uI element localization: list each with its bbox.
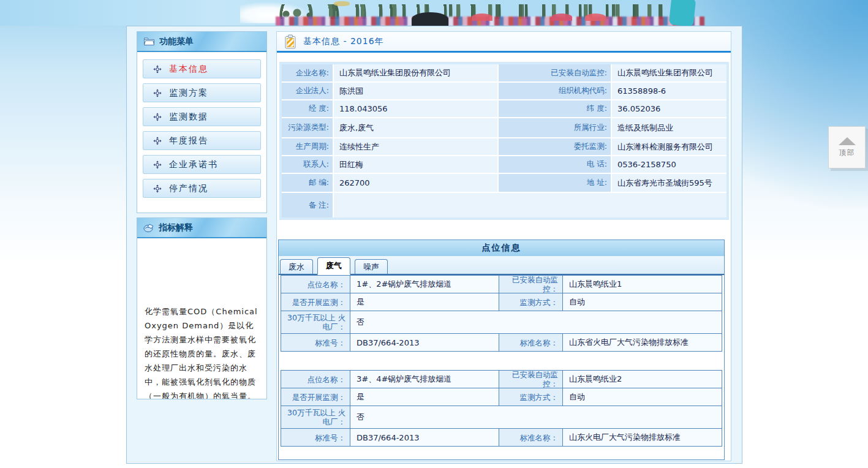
sidebar-item-label: 年度报告 bbox=[169, 135, 208, 146]
point-table-2: 点位名称： 3#、4#锅炉废气排放烟道 已安装自动监控： 山东晨鸣纸业2 是否开… bbox=[281, 370, 722, 447]
field-label: 所属行业: bbox=[499, 118, 611, 137]
field-value: DB37/664-2013 bbox=[350, 429, 499, 446]
field-label: 已安装自动监控: bbox=[499, 64, 611, 81]
field-value: 陈洪国 bbox=[334, 83, 497, 99]
sidebar-item-monitor-data[interactable]: 监测数据 bbox=[143, 107, 261, 126]
field-label: 企业法人: bbox=[282, 83, 333, 99]
arrow-up-icon bbox=[839, 137, 856, 145]
field-label: 组织机构代码: bbox=[499, 83, 611, 99]
clipboard-icon bbox=[284, 34, 296, 49]
main-header: 基本信息 - 2016年 bbox=[277, 32, 731, 53]
field-label: 已安装自动监控： bbox=[499, 371, 562, 388]
diamond-arrows-icon bbox=[153, 65, 162, 74]
field-label: 生产周期: bbox=[282, 138, 333, 155]
field-label: 标准号： bbox=[281, 334, 350, 351]
field-label: 监测方式： bbox=[499, 293, 562, 311]
sidebar-item-label: 企业承诺书 bbox=[169, 159, 218, 170]
field-value: 山东晨鸣纸业1 bbox=[563, 276, 722, 293]
field-label: 电 话: bbox=[499, 156, 611, 173]
field-label: 标准号： bbox=[281, 429, 350, 446]
person-head bbox=[412, 12, 448, 26]
sidebar-item-label: 停产情况 bbox=[169, 183, 208, 194]
field-label: 标准名称： bbox=[499, 429, 562, 446]
field-value: 山东火电厂大气污染物排放标准 bbox=[563, 429, 722, 446]
sidebar-item-label: 监测数据 bbox=[169, 111, 208, 123]
tab-wastewater[interactable]: 废水 bbox=[280, 259, 313, 274]
sidebar-item-commitment[interactable]: 企业承诺书 bbox=[143, 155, 261, 174]
field-label: 点位名称： bbox=[281, 276, 350, 293]
page: 顶部 功能菜单 基本信息 bbox=[0, 0, 868, 468]
sidebar-item-label: 监测方案 bbox=[169, 88, 208, 99]
field-label: 30万千瓦以上 火电厂： bbox=[281, 311, 350, 333]
sidebar-item-basic-info[interactable]: 基本信息 bbox=[143, 59, 261, 78]
field-label: 监测方式： bbox=[499, 388, 562, 406]
glossary-header: 指标解释 bbox=[137, 218, 266, 238]
diamond-arrows-icon bbox=[153, 184, 162, 193]
glossary-title: 指标解释 bbox=[159, 222, 193, 233]
field-label: 邮 编: bbox=[282, 174, 333, 192]
content-container: 功能菜单 基本信息 监测方案 bbox=[126, 26, 742, 464]
person-arm bbox=[669, 0, 696, 27]
field-value: 262700 bbox=[334, 174, 497, 192]
menu-list: 基本信息 监测方案 监测数据 bbox=[137, 52, 266, 205]
tent-shape bbox=[585, 13, 606, 21]
field-value: 是 bbox=[350, 293, 499, 311]
field-value: 山东省寿光市圣城街595号 bbox=[612, 174, 726, 192]
function-menu-header: 功能菜单 bbox=[137, 32, 266, 52]
folder-icon bbox=[143, 37, 155, 46]
kite-shape bbox=[334, 1, 350, 6]
field-label: 已安装自动监控： bbox=[499, 276, 562, 293]
remark-label: 备 注: bbox=[282, 193, 333, 217]
field-value: 田红梅 bbox=[334, 156, 497, 173]
tent-shape bbox=[472, 13, 492, 21]
diamond-arrows-icon bbox=[153, 160, 162, 169]
sidebar-item-shutdown-status[interactable]: 停产情况 bbox=[143, 179, 261, 198]
sidebar-item-label: 基本信息 bbox=[169, 64, 208, 75]
field-label: 企业名称: bbox=[282, 64, 333, 81]
page-title: 基本信息 - 2016年 bbox=[303, 36, 384, 47]
field-value: 118.043056 bbox=[334, 100, 497, 117]
field-value: 山东晨鸣纸业集团股份有限公司 bbox=[334, 64, 497, 81]
field-value: 自动 bbox=[563, 293, 722, 311]
field-value: 否 bbox=[350, 311, 722, 333]
field-label: 是否开展监测： bbox=[281, 388, 350, 406]
main-panel: 基本信息 - 2016年 企业名称: 山东晨鸣纸业集团股份有限公司 已安装自动监… bbox=[276, 31, 731, 461]
field-value: 1#、2#锅炉废气排放烟道 bbox=[350, 276, 499, 293]
back-to-top-label: 顶部 bbox=[839, 148, 855, 158]
point-table-1: 点位名称： 1#、2#锅炉废气排放烟道 已安装自动监控： 山东晨鸣纸业1 是否开… bbox=[281, 275, 722, 352]
field-label: 联系人: bbox=[282, 156, 333, 173]
field-label: 标准名称： bbox=[499, 334, 562, 351]
field-label: 纬 度: bbox=[499, 100, 611, 117]
field-value: 3#、4#锅炉废气排放烟道 bbox=[350, 371, 499, 388]
field-value: 山东晨鸣纸业2 bbox=[563, 371, 722, 388]
field-value: 山东晨鸣纸业集团有限公司 bbox=[612, 64, 726, 81]
tent-shape bbox=[551, 13, 572, 21]
field-value: 废水,废气 bbox=[334, 118, 497, 137]
sidebar-function-menu: 功能菜单 基本信息 监测方案 bbox=[137, 31, 267, 213]
sidebar-item-monitor-plan[interactable]: 监测方案 bbox=[143, 83, 261, 102]
field-label: 30万千瓦以上 火电厂： bbox=[281, 406, 350, 428]
field-value: 自动 bbox=[563, 388, 722, 406]
field-label: 污染源类型: bbox=[282, 118, 333, 137]
glossary-text: 化学需氧量COD（Chemical Oxygen Demand）是以化学方法测量… bbox=[137, 238, 266, 399]
field-value: 连续性生产 bbox=[334, 138, 497, 155]
tab-exhaust-gas[interactable]: 废气 bbox=[317, 257, 350, 275]
field-value: 0536-2158750 bbox=[612, 156, 726, 173]
field-label: 委托监测: bbox=[499, 138, 611, 155]
diamond-arrows-icon bbox=[153, 137, 162, 145]
sidebar-glossary-panel: 指标解释 化学需氧量COD（Chemical Oxygen Demand）是以化… bbox=[137, 217, 267, 399]
diamond-arrows-icon bbox=[153, 89, 162, 97]
field-value: 36.052036 bbox=[612, 100, 726, 117]
tab-noise[interactable]: 噪声 bbox=[355, 259, 388, 274]
points-tabbar: 废水 废气 噪声 bbox=[279, 256, 724, 275]
back-to-top-button[interactable]: 顶部 bbox=[828, 126, 866, 168]
field-value: 61358898-6 bbox=[612, 83, 726, 99]
field-value: 山东潍科检测服务有限公司 bbox=[612, 138, 726, 155]
sidebar-item-annual-report[interactable]: 年度报告 bbox=[143, 131, 261, 150]
tab-label: 废水 bbox=[289, 262, 304, 273]
field-label: 经 度: bbox=[282, 100, 333, 117]
field-label: 是否开展监测： bbox=[281, 293, 350, 311]
diamond-arrows-icon bbox=[153, 113, 162, 121]
points-info-panel: 点位信息 废水 废气 噪声 点位名称： 1#、2#锅炉废气排放烟道 bbox=[278, 240, 725, 460]
header-banner-photo bbox=[0, 0, 720, 26]
